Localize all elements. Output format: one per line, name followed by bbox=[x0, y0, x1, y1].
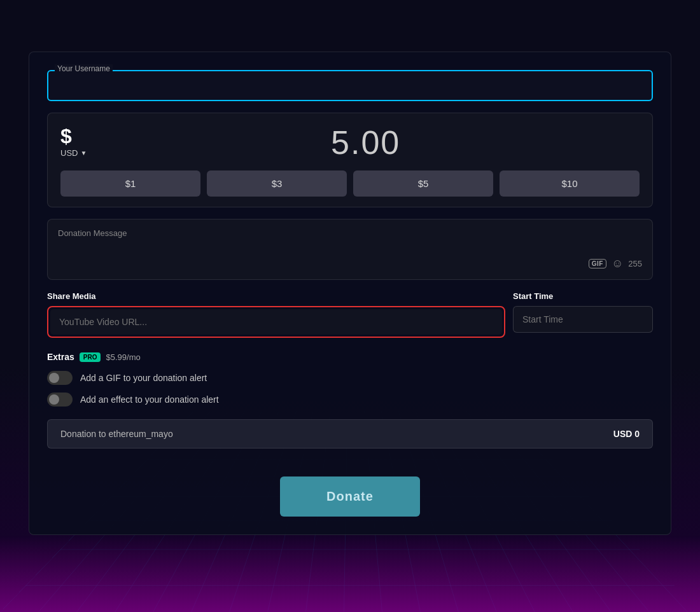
start-time-input[interactable] bbox=[513, 306, 653, 333]
quick-amount-3[interactable]: $3 bbox=[207, 170, 347, 197]
amount-top: $ USD ▼ 5.00 bbox=[60, 123, 640, 162]
start-time-label: Start Time bbox=[513, 291, 653, 301]
toggle-row-1: Add a GIF to your donation alert bbox=[47, 371, 653, 385]
message-label: Donation Message bbox=[58, 228, 642, 238]
main-panel: Your Username $ USD ▼ 5.00 $1 $3 $5 $10 … bbox=[29, 52, 671, 535]
extras-section: Extras PRO $5.99/mo Add a GIF to your do… bbox=[47, 352, 653, 407]
gif-badge[interactable]: GIF bbox=[589, 259, 606, 268]
donate-button[interactable]: Donate bbox=[280, 476, 420, 517]
gif-alert-toggle[interactable] bbox=[47, 371, 73, 385]
share-media-label: Share Media bbox=[47, 291, 505, 301]
username-label: Your Username bbox=[55, 64, 113, 73]
extras-label: Extras bbox=[47, 352, 74, 362]
donate-area: Donate bbox=[47, 464, 653, 534]
start-time-group: Start Time bbox=[513, 291, 653, 333]
amount-panel: $ USD ▼ 5.00 $1 $3 $5 $10 bbox=[47, 113, 653, 207]
effect-alert-label: Add an effect to your donation alert bbox=[80, 394, 219, 405]
dollar-icon: $ bbox=[60, 125, 72, 148]
username-input[interactable] bbox=[47, 70, 653, 101]
extras-header: Extras PRO $5.99/mo bbox=[47, 352, 653, 362]
gif-alert-label: Add a GIF to your donation alert bbox=[80, 373, 207, 383]
share-row: Share Media Start Time bbox=[47, 291, 653, 338]
share-media-group: Share Media bbox=[47, 291, 505, 338]
quick-amount-1[interactable]: $1 bbox=[60, 170, 200, 197]
username-field-group: Your Username bbox=[47, 70, 653, 101]
toggle-row-2: Add an effect to your donation alert bbox=[47, 393, 653, 407]
emoji-icon[interactable]: ☺ bbox=[612, 257, 623, 270]
message-panel: Donation Message GIF ☺ 255 bbox=[47, 219, 653, 280]
currency-label: USD bbox=[60, 148, 78, 158]
message-toolbar: GIF ☺ 255 bbox=[58, 257, 642, 270]
quick-amount-5[interactable]: $5 bbox=[353, 170, 493, 197]
pro-badge: PRO bbox=[80, 352, 101, 362]
currency-selector[interactable]: USD ▼ bbox=[60, 148, 87, 158]
amount-top-left: $ USD ▼ bbox=[60, 125, 92, 160]
amount-value[interactable]: 5.00 bbox=[92, 123, 640, 162]
currency-arrow-icon: ▼ bbox=[80, 150, 87, 156]
share-media-input[interactable] bbox=[50, 309, 502, 335]
quick-amount-10[interactable]: $10 bbox=[500, 170, 640, 197]
summary-amount: USD 0 bbox=[613, 429, 640, 439]
share-media-input-wrapper bbox=[47, 306, 505, 338]
pro-price: $5.99/mo bbox=[106, 352, 140, 362]
summary-text: Donation to ethereum_mayo bbox=[60, 429, 173, 439]
summary-bar: Donation to ethereum_mayo USD 0 bbox=[47, 419, 653, 449]
effect-alert-toggle[interactable] bbox=[47, 393, 73, 407]
quick-amounts: $1 $3 $5 $10 bbox=[60, 170, 640, 197]
char-count: 255 bbox=[628, 259, 642, 268]
bottom-glow bbox=[0, 536, 700, 612]
